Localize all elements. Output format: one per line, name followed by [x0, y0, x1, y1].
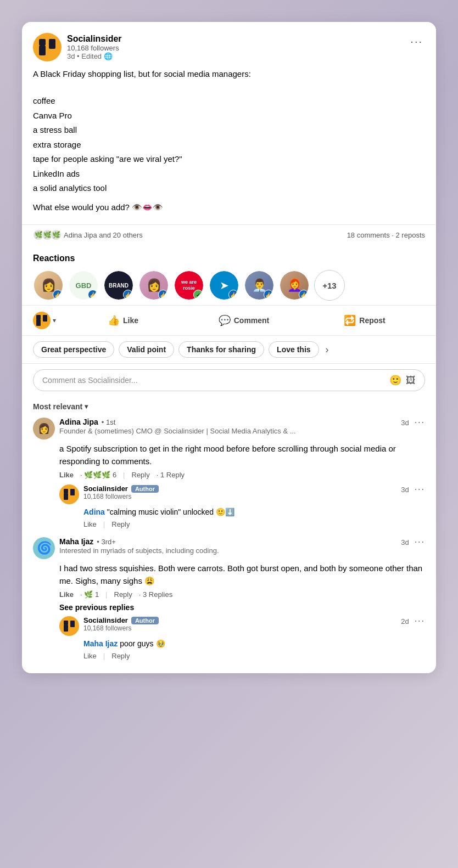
list-item-2: Canva Pro — [33, 110, 425, 122]
comment-maha-like[interactable]: Like — [59, 590, 74, 599]
like-label: Like — [123, 316, 138, 325]
like-icon: 👍 — [108, 314, 120, 326]
filter-label: Most relevant — [33, 402, 82, 411]
sub-comment-si1-mention[interactable]: Adina — [83, 508, 105, 516]
author-avatar[interactable] — [33, 33, 62, 61]
emoji-icon[interactable]: 🙂 — [389, 374, 401, 386]
comment-adina-reactions: · 🌿🌿🌿 6 — [80, 471, 116, 479]
comment-maha-replies-count: · 3 Replies — [139, 590, 172, 599]
repost-button[interactable]: 🔁 Repost — [304, 310, 425, 331]
quick-reply-valid-point[interactable]: Valid point — [119, 341, 174, 358]
comment-maha-name[interactable]: Maha Ijaz — [59, 537, 93, 546]
comments-section: 👩 Adina Jipa • 1st Founder & (sometimes)… — [22, 413, 436, 673]
comment-maha-more[interactable]: ··· — [415, 537, 425, 547]
comment-adina-reply[interactable]: Reply — [132, 471, 150, 479]
sub-comment-socialinsider-1: Socialinsider Author 10,168 followers 3d… — [59, 484, 425, 528]
list-item-3: a stress ball — [33, 124, 425, 137]
list-item-6: LinkedIn ads — [33, 168, 425, 181]
sub-comment-si1-reply[interactable]: Reply — [111, 520, 130, 528]
reactions-text: Adina Jipa and 20 others — [64, 231, 143, 239]
comment-maha-reply[interactable]: Reply — [114, 590, 132, 599]
list-item-5: tape for people asking "are we viral yet… — [33, 153, 425, 166]
comment-adina-time: 3d — [401, 419, 409, 427]
comment-adina-bio: Founder & (sometimes) CMO @ Socialinside… — [59, 427, 296, 435]
sub-comment-si1-more[interactable]: ··· — [415, 484, 425, 494]
reaction-avatar-1[interactable]: 👩 👍 — [33, 270, 64, 301]
sub-comment-si1-name[interactable]: Socialinsider — [83, 484, 128, 493]
reaction-avatar-4[interactable]: 👩 👍 — [138, 270, 169, 301]
sub-comment-si2-time: 2d — [401, 617, 409, 625]
comment-input-icons: 🙂 🖼 — [389, 374, 416, 386]
sub-comment-si1-header-left: Socialinsider Author 10,168 followers — [59, 484, 159, 504]
comment-icon: 💬 — [219, 314, 231, 326]
reactions-section: Reactions 👩 👍 GBD 👍 BRAND 👍 👩 👍 — [22, 245, 436, 305]
comment-adina-more[interactable]: ··· — [415, 418, 425, 427]
image-icon[interactable]: 🖼 — [406, 375, 416, 386]
comment-maha-body: I had two stress squishies. Both were ca… — [59, 562, 425, 587]
comment-maha-degree: • 3rd+ — [97, 538, 116, 546]
like-button[interactable]: 👍 Like — [63, 310, 183, 331]
comment-maha-time-area: 3d ··· — [401, 537, 425, 547]
comment-maha-avatar[interactable]: 🌀 — [33, 537, 55, 559]
reaction-badge-8: 👍 — [299, 290, 309, 300]
quick-reply-thanks-for-sharing[interactable]: Thanks for sharing — [178, 341, 264, 358]
sub-comment-si2-followers: 10,168 followers — [83, 624, 159, 632]
sub-comment-si2-like[interactable]: Like — [83, 652, 97, 660]
quick-replies-bar: Great perspective Valid point Thanks for… — [22, 335, 436, 363]
sub-comment-si2-avatar[interactable] — [59, 616, 79, 636]
repost-icon: 🔁 — [344, 314, 356, 326]
reaction-emoji-3: 🌿 — [51, 229, 62, 240]
sub-comment-si2-reply[interactable]: Reply — [111, 652, 130, 660]
quick-reply-great-perspective[interactable]: Great perspective — [33, 341, 114, 358]
sub-comment-si2-time-area: 2d ··· — [401, 616, 425, 626]
reaction-avatar-7[interactable]: 👨‍💼 👍 — [244, 270, 275, 301]
comments-reposts-count: 18 comments · 2 reposts — [347, 231, 425, 239]
reactions-bar: 🌿 🌿 🌿 Adina Jipa and 20 others 18 commen… — [22, 224, 436, 245]
sub-comment-si2-more[interactable]: ··· — [415, 616, 425, 626]
filter-dropdown-icon[interactable]: ▾ — [85, 403, 88, 410]
comment-maha-header-left: 🌀 Maha Ijaz • 3rd+ Interested in myriads… — [33, 537, 219, 559]
comment-adina-name[interactable]: Adina Jipa — [59, 418, 98, 426]
reactions-section-title: Reactions — [33, 253, 425, 263]
comment-adina-like[interactable]: Like — [59, 471, 74, 479]
author-name[interactable]: Socialinsider — [67, 34, 122, 44]
post-intro: A Black Friday shopping list, but for so… — [33, 68, 425, 81]
comment-adina-name-line: Adina Jipa • 1st — [59, 418, 296, 426]
comment-input-box[interactable]: Comment as Socialinsider... 🙂 🖼 — [33, 369, 425, 391]
sub-comment-si1-body: Adina "calming music violin" unlocked 🙂⬇… — [83, 506, 425, 518]
more-reactions-button[interactable]: +13 — [314, 270, 345, 301]
comment-maha-meta: Maha Ijaz • 3rd+ Interested in myriads o… — [59, 537, 219, 555]
more-options-button[interactable]: ··· — [408, 33, 425, 50]
sub-comment-si2-body: Maha Ijaz poor guys 🥹 — [83, 638, 425, 650]
reaction-avatar-6[interactable]: ➤ 👍 — [209, 270, 239, 301]
comment-adina-avatar[interactable]: 👩 — [33, 418, 55, 439]
sub-comment-si2-name[interactable]: Socialinsider — [83, 616, 128, 624]
user-avatar-small — [33, 312, 51, 329]
comment-adina-actions: Like · 🌿🌿🌿 6 | Reply · 1 Reply — [59, 471, 425, 479]
quick-reply-love-this[interactable]: Love this — [269, 341, 319, 358]
reaction-avatar-2[interactable]: GBD 👍 — [68, 270, 99, 301]
see-previous-replies[interactable]: See previous replies — [59, 603, 425, 612]
quick-replies-chevron-right[interactable]: › — [323, 342, 331, 358]
reaction-avatar-5[interactable]: we are rosie ✓ — [174, 270, 204, 301]
sub-comment-si1-time-area: 3d ··· — [401, 484, 425, 494]
sub-comment-si2-name-line: Socialinsider Author — [83, 616, 159, 624]
author-badge-2: Author — [131, 617, 159, 624]
sub-comment-si2-mention[interactable]: Maha Ijaz — [83, 639, 118, 648]
chevron-down-icon: ▾ — [53, 317, 56, 324]
action-avatar-area[interactable]: ▾ — [33, 312, 56, 329]
reaction-avatar-3[interactable]: BRAND 👍 — [103, 270, 134, 301]
comment-button[interactable]: 💬 Comment — [183, 310, 304, 331]
comment-maha-bio: Interested in myriads of subjects, inclu… — [59, 546, 219, 555]
post-header-left: Socialinsider 10,168 followers 3d • Edit… — [33, 33, 122, 61]
comment-adina: 👩 Adina Jipa • 1st Founder & (sometimes)… — [33, 418, 425, 528]
sub-comment-si1-avatar[interactable] — [59, 484, 79, 504]
reactions-bar-left: 🌿 🌿 🌿 Adina Jipa and 20 others — [33, 229, 143, 240]
reaction-badge-1: 👍 — [53, 290, 63, 300]
comment-adina-time-area: 3d ··· — [401, 418, 425, 427]
reaction-avatar-8[interactable]: 👩‍🦰 👍 — [279, 270, 310, 301]
sub-comment-si1-like[interactable]: Like — [83, 520, 97, 528]
sub-comment-si1-time: 3d — [401, 486, 409, 494]
sub-comment-si2-meta: Socialinsider Author 10,168 followers — [83, 616, 159, 632]
comment-maha: 🌀 Maha Ijaz • 3rd+ Interested in myriads… — [33, 537, 425, 660]
